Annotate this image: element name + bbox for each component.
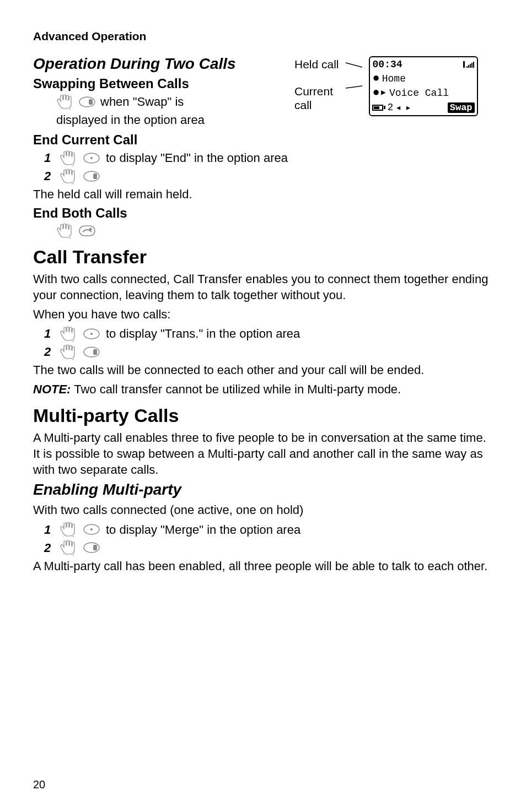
step-number: 1: [44, 522, 54, 538]
nav-ring-icon: [83, 523, 100, 535]
heading-end-both: End Both Calls: [33, 205, 493, 221]
swap-text-1: when "Swap" is: [100, 94, 184, 110]
current-call-label-1: Current: [294, 84, 339, 98]
battery-icon: [372, 105, 385, 111]
call-transfer-p2: When you have two calls:: [33, 306, 493, 322]
step-number: 2: [44, 540, 54, 556]
hand-press-icon: [60, 344, 77, 360]
screen-line-voice: Voice Call: [389, 88, 449, 99]
call-transfer-step1-text: to display "Trans." in the option area: [106, 326, 300, 342]
signal-icon: [463, 61, 474, 68]
call-transfer-note: NOTE: Two call transfer cannot be utiliz…: [33, 381, 493, 397]
screen-bottom-num: 2: [388, 102, 394, 113]
phone-screen-mock: 00:34 ● Home ●▸ Voice Call: [369, 56, 478, 116]
note-text: Two call transfer cannot be utilized whi…: [71, 382, 401, 396]
step-number: 1: [44, 150, 54, 166]
softkey-b-icon: [83, 170, 100, 182]
heading-enabling-multi-party: Enabling Multi-party: [33, 481, 493, 499]
heading-call-transfer: Call Transfer: [33, 246, 493, 268]
softkey-b-icon: [83, 346, 100, 358]
call-transfer-p1: With two calls connected, Call Transfer …: [33, 271, 493, 303]
section-title-operation: Operation During Two Calls: [33, 55, 291, 73]
left-right-arrows-icon: ◂ ▸: [395, 101, 410, 113]
softkey-b-icon: [78, 96, 96, 108]
screen-line-home: Home: [382, 73, 406, 84]
note-label: NOTE:: [33, 382, 71, 396]
heading-multi-party: Multi-party Calls: [33, 405, 493, 426]
multi-party-p3: A Multi-party call has been enabled, all…: [33, 558, 493, 574]
current-call-label-2: call: [294, 98, 339, 112]
heading-swapping: Swapping Between Calls: [33, 76, 291, 91]
swap-text-2: displayed in the option area: [56, 112, 205, 128]
end-key-icon: [78, 225, 96, 237]
svg-line-7: [346, 86, 362, 88]
multi-party-p1: A Multi-party call enables three to five…: [33, 430, 493, 478]
end-current-after: The held call will remain held.: [33, 186, 493, 202]
heading-end-current: End Current Call: [33, 132, 493, 148]
multi-party-step1-text: to display "Merge" in the option area: [106, 522, 300, 538]
swap-badge: Swap: [448, 102, 475, 113]
hand-press-icon: [60, 326, 77, 342]
end-current-step1-text: to display "End" in the option area: [106, 150, 288, 166]
multi-party-p2: With two calls connected (one active, on…: [33, 502, 493, 518]
breadcrumb: Advanced Operation: [33, 30, 493, 43]
svg-line-6: [346, 63, 362, 67]
hand-press-icon: [56, 94, 74, 110]
call-transfer-p3: The two calls will be connected to each …: [33, 362, 493, 378]
step-number: 2: [44, 168, 54, 184]
softkey-b-icon: [83, 542, 100, 554]
pointer-lines-icon: [346, 56, 362, 111]
hand-press-icon: [60, 169, 77, 184]
page-number: 20: [33, 778, 45, 791]
hand-press-icon: [56, 223, 74, 239]
held-call-label: Held call: [294, 57, 339, 71]
nav-ring-icon: [83, 328, 100, 340]
nav-ring-icon: [83, 152, 100, 164]
step-number: 2: [44, 344, 54, 360]
hand-press-icon: [60, 522, 77, 537]
step-number: 1: [44, 326, 54, 342]
hand-press-icon: [60, 150, 77, 166]
screen-time: 00:34: [373, 59, 402, 70]
hand-press-icon: [60, 540, 77, 555]
